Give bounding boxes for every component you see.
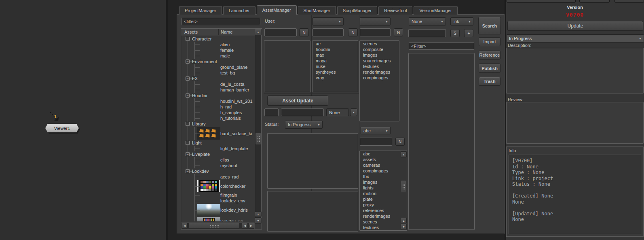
clipped-toolbar-button[interactable]	[579, 0, 610, 3]
list-item[interactable]: images	[360, 179, 407, 185]
tree-expander-icon[interactable]: −	[186, 152, 190, 156]
update-version-input[interactable]	[264, 108, 279, 116]
list-item[interactable]: vray	[312, 75, 358, 81]
hscroll-thumb[interactable]	[188, 223, 240, 229]
software-dropdown[interactable]: ▼	[312, 17, 344, 25]
tree-expander-icon[interactable]: −	[186, 59, 190, 64]
tree-expander-icon[interactable]: −	[186, 141, 190, 145]
publish-button[interactable]: Publish	[479, 64, 500, 73]
vscroll-thumb[interactable]	[255, 133, 261, 145]
list-item[interactable]: composite	[360, 47, 399, 52]
status-dropdown[interactable]: In Progress▼	[285, 121, 323, 129]
tree-row[interactable]: h_samples	[181, 110, 255, 115]
tree-row[interactable]: h_rad	[181, 104, 255, 110]
version-status-dropdown[interactable]: In Progress▼	[506, 34, 644, 42]
list-item[interactable]: plate	[360, 196, 407, 202]
tree-row[interactable]: − Environment	[181, 59, 255, 64]
tree-row[interactable]: female	[181, 47, 255, 53]
clipped-toolbar-button[interactable]	[614, 0, 644, 3]
asset-update-button[interactable]: Asset Update	[267, 96, 328, 106]
tree-row[interactable]: lookdev_rig	[181, 217, 255, 221]
scroll-up-button[interactable]: ▲	[255, 29, 262, 35]
tree-row[interactable]: human_barrier	[181, 87, 255, 93]
extension-dropdown[interactable]: .nk▼	[450, 17, 473, 25]
tree-expander-icon[interactable]: −	[186, 76, 190, 81]
scroll-down-button[interactable]: ▼	[401, 224, 407, 230]
tree-row[interactable]: light_template	[181, 146, 255, 151]
tab[interactable]: ShotManager	[298, 6, 336, 15]
tree-row[interactable]: clips	[181, 157, 255, 163]
update-name-input[interactable]	[281, 108, 324, 116]
tree-row[interactable]: lookdev_hdris	[181, 204, 255, 217]
folder-dropdown[interactable]: ▼	[360, 17, 391, 25]
search-name-input[interactable]	[408, 29, 446, 37]
list-item[interactable]: references	[360, 208, 407, 213]
scroll-left-button[interactable]: ◀	[242, 223, 248, 229]
tab[interactable]: AssetManager	[257, 5, 297, 15]
scroll-up-button[interactable]: ▲	[401, 218, 407, 223]
tree-vscrollbar[interactable]	[255, 29, 262, 221]
tree-row[interactable]: − Light	[181, 140, 255, 146]
scroll-right-button[interactable]: ▶	[248, 223, 254, 229]
add-button[interactable]: +	[464, 29, 473, 37]
list-item[interactable]: fbx	[360, 174, 407, 179]
vscroll-thumb[interactable]	[401, 180, 406, 192]
list-item[interactable]: renderimages	[360, 69, 399, 75]
update-preview-panel[interactable]	[267, 191, 358, 232]
tree-expander-icon[interactable]: −	[186, 122, 190, 126]
tree-row[interactable]: − Houdini	[181, 93, 255, 98]
tree-row[interactable]: myshoot	[181, 163, 255, 168]
tab[interactable]: ScriptManager	[337, 6, 378, 15]
list-item[interactable]: compimages	[360, 168, 407, 174]
search-button[interactable]: Search	[478, 17, 501, 34]
tree-row[interactable]: filmgrain	[181, 192, 255, 198]
s-button[interactable]: S	[450, 29, 460, 37]
scroll-up-button[interactable]: ▲	[401, 151, 407, 157]
type-dropdown[interactable]: abc▼	[361, 127, 391, 134]
clipped-toolbar-button[interactable]	[507, 0, 576, 3]
column-divider[interactable]	[218, 29, 219, 35]
list-item[interactable]: renderimages	[360, 213, 407, 219]
list-item[interactable]: scenes	[360, 41, 399, 47]
tree-row[interactable]: aces_rad	[181, 174, 255, 180]
tree-row[interactable]: houdini_ws_201	[181, 98, 255, 104]
node-graph-canvas[interactable]: 1 Viewer1	[0, 0, 166, 240]
tab[interactable]: VersionManager	[414, 6, 457, 15]
tree-row[interactable]: − Character	[181, 36, 255, 42]
list-item[interactable]: sourceimages	[360, 58, 399, 64]
results-filter-input[interactable]	[409, 42, 474, 50]
list-item[interactable]: textures	[360, 225, 407, 230]
scroll-left-button[interactable]: ◀	[182, 223, 188, 229]
update-link-arrow-button[interactable]: ▼	[350, 108, 357, 116]
tree-row[interactable]: − Liveplate	[181, 151, 255, 157]
tree-expander-icon[interactable]: −	[186, 169, 190, 173]
import-button[interactable]: Import	[479, 37, 500, 46]
list-item[interactable]: cameras	[360, 162, 407, 168]
list-item[interactable]: motion	[360, 191, 407, 196]
description-textarea[interactable]	[506, 48, 644, 93]
update-log-list[interactable]	[267, 133, 358, 189]
search-kind-dropdown[interactable]: None▼	[409, 17, 446, 25]
list-item[interactable]: compimages	[360, 75, 399, 81]
tree-row[interactable]: − FX	[181, 76, 255, 81]
tree-row[interactable]: test_bg	[181, 70, 255, 76]
type-input[interactable]	[360, 138, 392, 146]
tree-row[interactable]: − Library	[181, 121, 255, 127]
viewer-node[interactable]: Viewer1	[45, 124, 79, 132]
tree-expander-icon[interactable]: −	[186, 93, 190, 98]
list-item[interactable]: houdini	[312, 47, 358, 52]
tab[interactable]: Lanuncher	[223, 6, 255, 15]
software-new-button[interactable]: N	[348, 28, 358, 36]
review-textarea[interactable]	[506, 102, 644, 144]
user-new-button[interactable]: N	[299, 28, 309, 36]
tree-row[interactable]: colorchecker	[181, 180, 255, 192]
list-item[interactable]: lights	[360, 185, 407, 191]
folder-new-button[interactable]: N	[394, 28, 403, 36]
list-item[interactable]: assets	[360, 157, 407, 162]
list-item[interactable]: scenes	[360, 219, 407, 225]
scroll-up-button[interactable]: ▲	[255, 211, 262, 217]
tree-row[interactable]: de_lu_costa	[181, 81, 255, 87]
software-input[interactable]	[312, 28, 344, 36]
list-item[interactable]: nuke	[312, 64, 358, 69]
list-item[interactable]: textures	[360, 64, 399, 69]
